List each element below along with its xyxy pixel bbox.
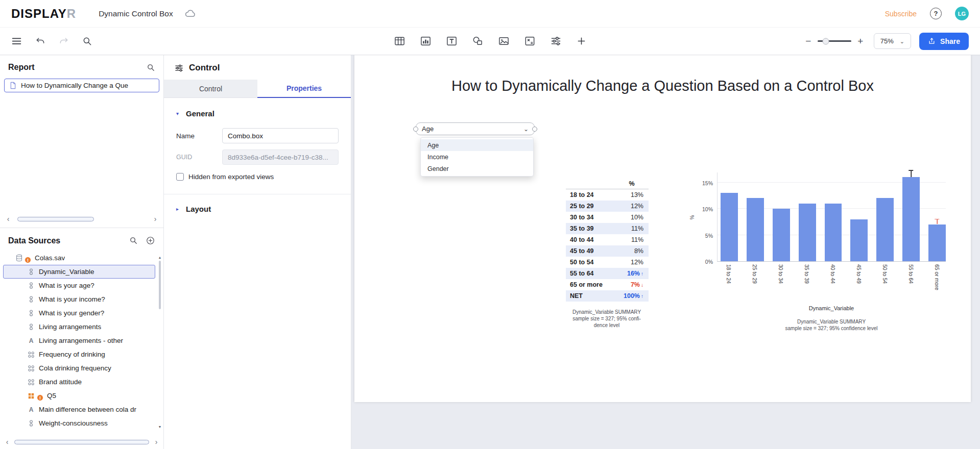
hidden-from-exports-row[interactable]: Hidden from exported views [176,173,339,181]
avatar[interactable]: LG [955,7,969,20]
selection-handle-right[interactable] [532,127,537,132]
zoom-level-dropdown[interactable]: 75% ⌄ [874,33,911,49]
canvas-area: How to Dynamically Change a Question Bas… [351,55,980,449]
scroll-right-icon[interactable]: › [152,216,158,221]
x-tick: 35 to 39 [798,264,816,304]
insert-text-button[interactable] [446,35,458,47]
report-header: Report [0,55,163,77]
datasource-item-brand-attitude[interactable]: Brand attitude [3,375,155,389]
bar-50-to-54[interactable] [876,198,894,261]
report-section: Report How to Dynamically Change a Que ‹… [0,55,163,228]
x-tick-label: 50 to 54 [882,264,888,304]
scroll-right-icon[interactable]: › [153,439,159,444]
chevron-down-icon: ⌄ [523,128,529,131]
share-button[interactable]: Share [919,33,969,50]
datasource-item-living-arrangements[interactable]: Living arrangements [3,320,155,334]
subscribe-link[interactable]: Subscribe [885,10,917,18]
hidden-from-exports-checkbox[interactable] [176,173,184,181]
insert-visualization-button[interactable] [420,35,432,47]
guid-field-row: GUID [176,149,339,165]
selection-handle-left[interactable] [413,127,418,132]
combo-box-control[interactable]: Age ⌄ [416,122,535,135]
pickany-orange-icon [27,392,35,400]
tab-properties[interactable]: Properties [257,80,351,98]
insert-control-button[interactable] [550,35,562,47]
layout-section-header[interactable]: ▸ Layout [176,205,339,213]
search-button[interactable] [82,36,92,46]
calculation-icon [524,35,536,47]
bar-65-or-more[interactable] [928,224,946,261]
guid-input[interactable] [222,149,339,165]
insert-calculation-button[interactable] [524,35,536,47]
triangle-right-icon: ▸ [176,206,181,212]
bar-chart[interactable]: % 0%5%10%15% 18 to 2425 to 2930 to 3435 … [691,172,957,332]
bar-45-to-49[interactable] [850,219,868,261]
help-icon[interactable]: ? [930,8,942,19]
datasource-item-q5[interactable]: !Q5 [3,389,155,403]
insert-more-button[interactable] [576,36,587,46]
x-tick: 40 to 44 [824,264,842,304]
datasource-item-colas-sav[interactable]: !Colas.sav [3,251,155,265]
summary-table[interactable]: % 18 to 2413%25 to 2912%30 to 3410%35 to… [566,178,649,302]
bar-40-to-44[interactable] [825,204,842,261]
scrollbar-thumb[interactable] [17,217,94,221]
name-input[interactable] [222,128,339,143]
insert-table-button[interactable] [394,35,405,47]
bar-55-to-64[interactable] [902,177,920,261]
bar-35-to-39[interactable] [799,204,816,261]
search-icon[interactable] [129,236,138,245]
dropdown-option-income[interactable]: Income [421,151,533,163]
insert-image-button[interactable] [498,35,510,47]
menu-button[interactable] [11,36,22,46]
search-icon[interactable] [147,63,155,72]
dropdown-option-age[interactable]: Age [421,139,533,151]
bar-30-to-34[interactable] [773,209,790,261]
bar-18-to-24[interactable] [721,193,738,261]
zoom-out-button[interactable]: − [804,36,812,47]
scroll-down-icon[interactable]: ▼ [158,425,162,429]
table-row-55-to-64: 55 to 6416%↑ [566,268,649,279]
row-label: 45 to 49 [570,247,594,255]
redo-button[interactable] [59,36,69,46]
x-tick: 30 to 34 [772,264,790,304]
displayr-logo[interactable]: DISPLAYR [11,7,76,21]
scrollbar-thumb[interactable] [14,440,149,444]
undo-icon [35,36,45,46]
tab-control[interactable]: Control [164,80,257,98]
datasource-item-weight-consciousness[interactable]: Weight-consciousness [3,416,155,430]
chart-y-axis: 0%5%10%15% [699,172,717,262]
datasource-item-cola-drinking-frequency[interactable]: Cola drinking frequency [3,361,155,375]
general-section-header[interactable]: ▾ General [176,109,339,118]
search-icon [82,36,92,46]
insert-toolbar [394,35,587,47]
dropdown-option-gender[interactable]: Gender [421,163,533,174]
scroll-left-icon[interactable]: ‹ [4,439,10,444]
canvas-page[interactable]: How to Dynamically Change a Question Bas… [354,55,971,402]
main-area: Report How to Dynamically Change a Que ‹… [0,55,980,449]
row-label: 30 to 34 [570,214,594,221]
row-value: 16%↑ [627,270,643,277]
tree-vertical-scrollbar: ▲ ▼ [157,256,163,429]
datasource-item-what-is-your-gender[interactable]: What is your gender? [3,306,155,320]
scroll-up-icon[interactable]: ▲ [158,256,162,259]
datasource-item-dynamic-variable[interactable]: Dynamic_Variable [3,265,155,279]
scrollbar-thumb[interactable] [159,261,161,309]
insert-shapes-button[interactable] [472,35,484,47]
datasource-item-what-is-your-income[interactable]: What is your income? [3,292,155,306]
add-data-source-icon[interactable] [146,236,155,245]
undo-button[interactable] [35,36,45,46]
data-sources-header: Data Sources [0,228,163,250]
summary-table-body: 18 to 2413%25 to 2912%30 to 3410%35 to 3… [566,189,649,302]
datasource-item-what-is-your-age[interactable]: What is your age? [3,279,155,292]
table-footnote: Dynamic_Variable SUMMARYsample size = 32… [545,309,668,329]
report-page-item[interactable]: How to Dynamically Change a Que [4,79,159,92]
datasource-item-living-arrangements-other[interactable]: ALiving arrangements - other [3,334,155,347]
zoom-slider-knob[interactable] [822,38,829,44]
zoom-slider[interactable] [818,40,851,42]
datasource-item-main-difference-between-cola-dr[interactable]: AMain difference between cola dr [3,403,155,416]
datasource-item-frequency-of-drinking[interactable]: Frequency of drinking [3,347,155,361]
bar-25-to-29[interactable] [747,198,764,261]
zoom-in-button[interactable]: + [856,36,865,47]
cloud-sync-button[interactable] [184,8,196,19]
scroll-left-icon[interactable]: ‹ [5,216,11,221]
